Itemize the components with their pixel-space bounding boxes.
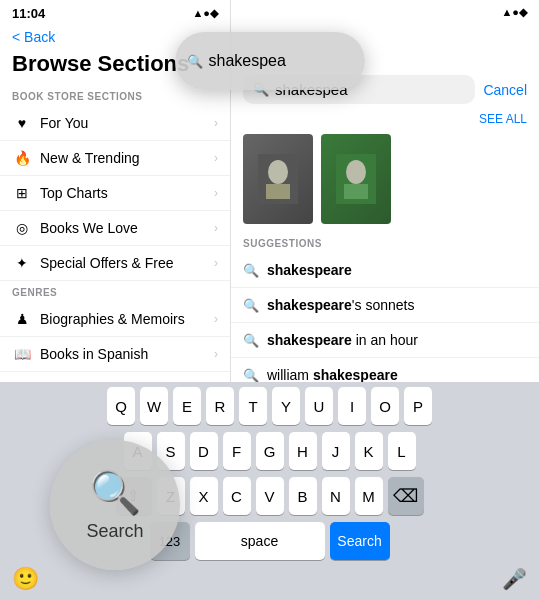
- space-key[interactable]: space: [195, 522, 325, 560]
- search-input-value: shakespea: [209, 52, 286, 70]
- spanish-icon: 📖: [12, 346, 32, 362]
- key-n[interactable]: N: [322, 477, 350, 515]
- key-g[interactable]: G: [256, 432, 284, 470]
- key-h[interactable]: H: [289, 432, 317, 470]
- love-icon: ◎: [12, 220, 32, 236]
- key-y[interactable]: Y: [272, 387, 300, 425]
- search-key[interactable]: Search: [330, 522, 390, 560]
- menu-label-trending: New & Trending: [40, 150, 214, 166]
- menu-label-special-offers: Special Offers & Free: [40, 255, 214, 271]
- biographies-icon: ♟: [12, 311, 32, 327]
- suggestion-text-2: shakespeare's sonnets: [267, 297, 414, 313]
- suggestion-text-3: shakespeare in an hour: [267, 332, 418, 348]
- chart-icon: ⊞: [12, 185, 32, 201]
- see-all-row: SEE ALL: [231, 112, 539, 130]
- svg-rect-2: [266, 184, 290, 199]
- chevron-icon: ›: [214, 312, 218, 326]
- offers-icon: ✦: [12, 255, 32, 271]
- key-p[interactable]: P: [404, 387, 432, 425]
- svg-rect-5: [344, 184, 368, 199]
- see-all-button[interactable]: SEE ALL: [479, 112, 527, 126]
- key-q[interactable]: Q: [107, 387, 135, 425]
- time-display: 11:04: [12, 6, 45, 21]
- section-label-genres: GENRES: [0, 281, 230, 302]
- key-l[interactable]: L: [388, 432, 416, 470]
- key-o[interactable]: O: [371, 387, 399, 425]
- chevron-icon: ›: [214, 186, 218, 200]
- chevron-icon: ›: [214, 116, 218, 130]
- signal-icons-right: ▲●◆: [501, 6, 527, 19]
- suggestion-text-4: william shakespeare: [267, 367, 398, 383]
- menu-item-special-offers[interactable]: ✦ Special Offers & Free ›: [0, 246, 230, 281]
- key-v[interactable]: V: [256, 477, 284, 515]
- menu-label-biographies: Biographies & Memoirs: [40, 311, 214, 327]
- menu-item-for-you[interactable]: ♥ For You ›: [0, 106, 230, 141]
- key-c[interactable]: C: [223, 477, 251, 515]
- key-r[interactable]: R: [206, 387, 234, 425]
- search-bar-highlighted[interactable]: 🔍 shakespea: [175, 52, 365, 70]
- search-icon-bar: 🔍: [187, 54, 203, 69]
- search-suggest-icon-1: 🔍: [243, 263, 259, 278]
- menu-item-books-spanish[interactable]: 📖 Books in Spanish ›: [0, 337, 230, 372]
- keyboard-bottom-bar: 🙂 🎤: [0, 562, 539, 600]
- key-u[interactable]: U: [305, 387, 333, 425]
- suggestion-2[interactable]: 🔍 shakespeare's sonnets: [231, 288, 539, 323]
- key-j[interactable]: J: [322, 432, 350, 470]
- key-d[interactable]: D: [190, 432, 218, 470]
- key-e[interactable]: E: [173, 387, 201, 425]
- suggestions-header: SUGGESTIONS: [231, 232, 539, 253]
- book-thumbnails: [231, 130, 539, 232]
- shakespeare-portrait-1: [258, 154, 298, 204]
- heart-icon: ♥: [12, 115, 32, 131]
- emoji-button[interactable]: 🙂: [12, 566, 39, 592]
- microphone-button[interactable]: 🎤: [502, 567, 527, 591]
- key-m[interactable]: M: [355, 477, 383, 515]
- chevron-icon: ›: [214, 151, 218, 165]
- search-suggest-icon-2: 🔍: [243, 298, 259, 313]
- key-i[interactable]: I: [338, 387, 366, 425]
- menu-item-top-charts[interactable]: ⊞ Top Charts ›: [0, 176, 230, 211]
- status-bar-left: 11:04 ▲●◆: [0, 0, 230, 25]
- book-thumb-2[interactable]: [321, 134, 391, 224]
- svg-point-1: [268, 160, 288, 184]
- chevron-icon: ›: [214, 221, 218, 235]
- key-w[interactable]: W: [140, 387, 168, 425]
- search-suggest-icon-3: 🔍: [243, 333, 259, 348]
- menu-label-books-spanish: Books in Spanish: [40, 346, 214, 362]
- suggestion-text-1: shakespeare: [267, 262, 352, 278]
- menu-item-biographies[interactable]: ♟ Biographies & Memoirs ›: [0, 302, 230, 337]
- cancel-button[interactable]: Cancel: [483, 82, 527, 98]
- keyboard-row-1: Q W E R T Y U I O P: [0, 382, 539, 427]
- chevron-icon: ›: [214, 347, 218, 361]
- suggestion-3[interactable]: 🔍 shakespeare in an hour: [231, 323, 539, 358]
- signal-icons-left: ▲●◆: [192, 7, 218, 20]
- chevron-icon: ›: [214, 256, 218, 270]
- search-suggest-icon-4: 🔍: [243, 368, 259, 383]
- search-bar-highlight-overlay: 🔍 shakespea: [175, 32, 365, 90]
- fire-icon: 🔥: [12, 150, 32, 166]
- svg-point-4: [346, 160, 366, 184]
- key-x[interactable]: X: [190, 477, 218, 515]
- menu-label-for-you: For You: [40, 115, 214, 131]
- menu-item-trending[interactable]: 🔥 New & Trending ›: [0, 141, 230, 176]
- key-k[interactable]: K: [355, 432, 383, 470]
- book-thumb-1[interactable]: [243, 134, 313, 224]
- search-circle-overlay-left[interactable]: 🔍 Search: [50, 440, 180, 570]
- status-bar-right: ▲●◆: [231, 0, 539, 23]
- key-t[interactable]: T: [239, 387, 267, 425]
- magnifier-large-icon: 🔍: [89, 468, 141, 517]
- menu-item-books-we-love[interactable]: ◎ Books We Love ›: [0, 211, 230, 246]
- shakespeare-portrait-2: [336, 154, 376, 204]
- delete-key[interactable]: ⌫: [388, 477, 424, 515]
- search-circle-label: Search: [86, 521, 143, 542]
- key-b[interactable]: B: [289, 477, 317, 515]
- right-panel: ▲●◆ 🔍 shakespea 🔍 Cancel SEE ALL: [231, 0, 539, 600]
- menu-label-top-charts: Top Charts: [40, 185, 214, 201]
- suggestion-1[interactable]: 🔍 shakespeare: [231, 253, 539, 288]
- key-f[interactable]: F: [223, 432, 251, 470]
- menu-label-books-we-love: Books We Love: [40, 220, 214, 236]
